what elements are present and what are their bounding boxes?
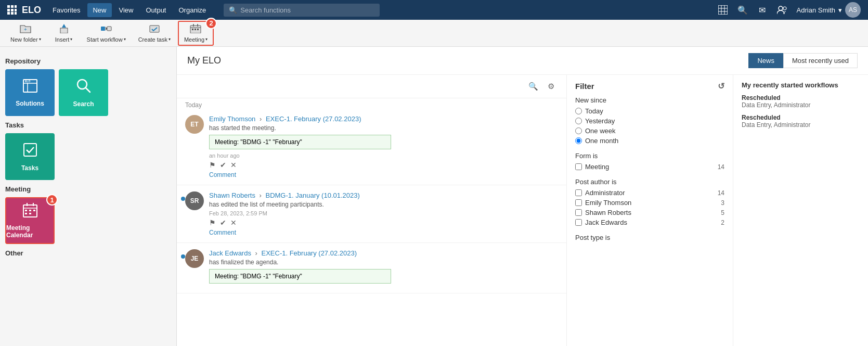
- filter-administrator-checkbox[interactable]: [575, 189, 582, 196]
- feed-author-1[interactable]: Shawn Roberts: [209, 191, 255, 199]
- close-button-1[interactable]: ✕: [230, 219, 237, 227]
- form-label: Form: [575, 152, 591, 160]
- svg-marker-18: [62, 24, 66, 28]
- feed-avatar-2: JE: [185, 249, 204, 268]
- flag-button-1[interactable]: ⚑: [209, 219, 216, 227]
- envelope-icon[interactable]: ✉: [754, 2, 771, 18]
- filter-yesterday-radio[interactable]: [575, 118, 582, 124]
- new-folder-arrow: ▾: [39, 37, 41, 42]
- workflow-item-0: Rescheduled Data Entry, Administrator: [742, 94, 860, 109]
- feed-content-0: Emily Thomson › EXEC-1. February (27.02.…: [209, 115, 558, 178]
- filter-one-month-radio[interactable]: [575, 137, 582, 144]
- meeting-calendar-tile[interactable]: 1 Meeting Calendar: [5, 197, 55, 244]
- filter-one-week[interactable]: One week: [575, 127, 724, 135]
- filter-administrator-label: Administrator: [585, 189, 625, 197]
- feed-actions-1: ⚑ ✔ ✕: [209, 219, 558, 227]
- workflow-item-1: Rescheduled Data Entry, Administrator: [742, 114, 860, 129]
- search-tile-label: Search: [73, 100, 94, 108]
- new-since-label: New since: [575, 96, 606, 104]
- filter-post-author-title: Post author is: [575, 178, 724, 186]
- filter-today-radio[interactable]: [575, 108, 582, 114]
- nav-organize[interactable]: Organize: [173, 3, 211, 17]
- feed-search-icon[interactable]: 🔍: [526, 79, 540, 94]
- filter-emily-thomson-checkbox[interactable]: [575, 199, 582, 206]
- feed-author-2[interactable]: Jack Edwards: [209, 249, 251, 257]
- filter-jack-edwards[interactable]: Jack Edwards 2: [575, 219, 724, 226]
- filter-one-week-radio[interactable]: [575, 127, 582, 134]
- solutions-tile[interactable]: ELO Solutions: [5, 69, 55, 116]
- svg-rect-36: [24, 144, 36, 156]
- filter-meeting-form-checkbox[interactable]: [575, 163, 582, 170]
- feed-comment-0[interactable]: Comment: [209, 171, 558, 178]
- start-workflow-button[interactable]: Start workflow ▾: [82, 22, 131, 45]
- svg-rect-21: [107, 27, 111, 31]
- feed-avatar-0: ET: [185, 115, 204, 134]
- filter-administrator[interactable]: Administrator 14: [575, 189, 724, 197]
- tab-most-recently-used[interactable]: Most recently used: [783, 53, 858, 68]
- nav-output[interactable]: Output: [140, 3, 171, 17]
- search-nav-icon[interactable]: 🔍: [734, 2, 751, 18]
- feed-gear-icon[interactable]: ⚙: [543, 79, 558, 94]
- meeting-calendar-badge: 1: [46, 194, 58, 206]
- feed-content-1: Shawn Roberts › BDMG-1. January (10.01.2…: [209, 191, 558, 236]
- filter-shawn-roberts-checkbox[interactable]: [575, 209, 582, 216]
- user-switch-icon[interactable]: [774, 2, 791, 18]
- filter-title: Filter ↺: [575, 81, 724, 91]
- nav-view[interactable]: View: [114, 3, 139, 17]
- feed-title-2: Jack Edwards › EXEC-1. February (27.02.2…: [209, 249, 558, 257]
- filter-post-type-section: Post type is: [575, 234, 724, 241]
- user-name: Adrian Smith: [797, 6, 835, 14]
- workflow-icon: [100, 24, 112, 35]
- nav-new[interactable]: New: [87, 3, 111, 17]
- feed-subtitle-1: has edited the list of meeting participa…: [209, 201, 558, 208]
- table-icon[interactable]: [715, 2, 731, 18]
- search-input[interactable]: [240, 6, 374, 14]
- feed-author-0[interactable]: Emily Thomson: [209, 115, 255, 123]
- feed-comment-1[interactable]: Comment: [209, 229, 558, 236]
- feed-target-0[interactable]: EXEC-1. February (27.02.2023): [266, 115, 361, 123]
- filter-reset-icon[interactable]: ↺: [718, 81, 724, 91]
- svg-rect-8: [15, 12, 17, 15]
- filter-today[interactable]: Today: [575, 107, 724, 115]
- svg-rect-28: [195, 29, 196, 30]
- filter-emily-thomson[interactable]: Emily Thomson 3: [575, 199, 724, 207]
- workflow-status-1: Rescheduled: [742, 114, 860, 121]
- user-profile[interactable]: Adrian Smith ▾ AS: [794, 2, 864, 18]
- new-folder-icon: +: [20, 24, 31, 35]
- meeting-button[interactable]: 2 Meeting ▾: [178, 21, 214, 46]
- content-header: My ELO News Most recently used: [177, 47, 868, 75]
- feed-title-1: Shawn Roberts › BDMG-1. January (10.01.2…: [209, 191, 558, 199]
- insert-button[interactable]: Insert ▾: [48, 22, 80, 45]
- post-author-is-label: is: [612, 178, 616, 186]
- search-bar[interactable]: 🔍: [224, 4, 380, 17]
- check-button-1[interactable]: ✔: [220, 219, 226, 227]
- tasks-tile[interactable]: Tasks: [5, 133, 55, 180]
- svg-rect-27: [192, 29, 193, 30]
- new-folder-button[interactable]: + New folder ▾: [5, 22, 46, 45]
- search-tile[interactable]: Search: [59, 69, 108, 116]
- close-button-0[interactable]: ✕: [230, 161, 237, 169]
- create-task-button[interactable]: Create task ▾: [133, 22, 176, 45]
- nav-favorites[interactable]: Favorites: [47, 3, 85, 17]
- tab-news[interactable]: News: [748, 53, 783, 68]
- repository-tiles: ELO Solutions Search: [5, 69, 171, 116]
- tasks-icon: [22, 142, 38, 161]
- sidebar-section-tasks: Tasks: [5, 121, 171, 129]
- filter-shawn-roberts[interactable]: Shawn Roberts 5: [575, 209, 724, 216]
- filter-jack-edwards-checkbox[interactable]: [575, 219, 582, 226]
- flag-button-0[interactable]: ⚑: [209, 161, 216, 169]
- svg-rect-3: [7, 9, 10, 11]
- filter-form-section: Form is Meeting 14: [575, 152, 724, 171]
- filter-yesterday[interactable]: Yesterday: [575, 117, 724, 125]
- workflow-detail-0: Data Entry, Administrator: [742, 101, 860, 109]
- search-tile-icon: [76, 78, 92, 97]
- feed-target-1[interactable]: BDMG-1. January (10.01.2023): [265, 191, 359, 199]
- create-task-label: Create task: [138, 36, 167, 43]
- feed-item-1: SR Shawn Roberts › BDMG-1. January (10.0…: [177, 185, 566, 243]
- filter-one-month[interactable]: One month: [575, 137, 724, 145]
- filter-meeting-form[interactable]: Meeting 14: [575, 163, 724, 171]
- grid-menu-icon[interactable]: [4, 2, 20, 18]
- feed-dot-2: [181, 254, 185, 259]
- feed-target-2[interactable]: EXEC-1. February (27.02.2023): [262, 249, 357, 257]
- check-button-0[interactable]: ✔: [220, 161, 226, 169]
